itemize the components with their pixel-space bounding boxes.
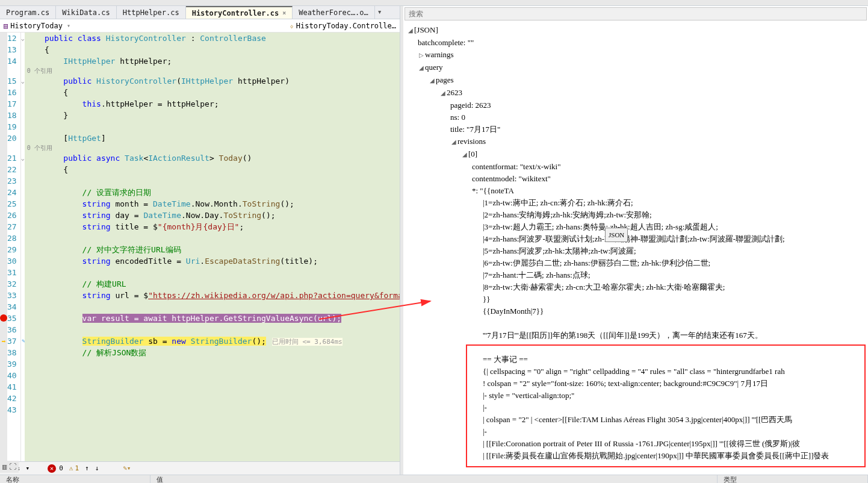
caret-icon[interactable]: ▷ (418, 49, 425, 61)
type-crumb[interactable]: ⬨ HistoryToday.Controlle… (286, 22, 400, 30)
zoom-dropdown-icon[interactable]: ▾ (26, 464, 30, 472)
project-name: HistoryToday (10, 22, 63, 30)
col-name[interactable]: 名称 (0, 475, 150, 483)
tool-window-tabs[interactable]: ▥ ⛶ (0, 461, 19, 473)
warning-count[interactable]: ⚠ 1 (69, 464, 79, 472)
caret-icon[interactable]: ◢ (418, 62, 425, 74)
col-type[interactable]: 类型 (718, 475, 868, 483)
line-number-gutter: 121314 15161718 1920 212223 24252627 282… (7, 33, 21, 461)
toolbox-icon[interactable]: ⛶ (9, 463, 16, 471)
tab-label: WeatherForec….o… (299, 8, 368, 17)
current-line-highlight: StringBuilder sb = new StringBuilder(); (82, 337, 266, 346)
tab-httphelper[interactable]: HttpHelper.cs (117, 6, 186, 19)
elapsed-time: 已用时间 <= 3,684ms (272, 338, 343, 346)
breakpoint-marker[interactable] (0, 314, 7, 326)
pen-icon[interactable]: ✎▾ (123, 464, 131, 472)
caret-icon[interactable]: ◢ (407, 25, 414, 37)
watch-window-header: 名称 值 类型 (0, 475, 868, 483)
file-tab-bar: Program.cs WikiData.cs HttpHelper.cs His… (0, 6, 400, 19)
nav-down[interactable]: ↓ (95, 464, 99, 472)
error-count[interactable]: ✕0 (48, 464, 63, 473)
tab-program[interactable]: Program.cs (0, 6, 56, 19)
tab-label: HttpHelper.cs (123, 8, 179, 17)
tab-historycontroller[interactable]: HistoryController.cs× (186, 6, 293, 19)
tab-weatherforecast[interactable]: WeatherForec….o… (293, 6, 375, 19)
json-tree-view[interactable]: ◢[JSON] batchcomplete: "" ▷warnings ◢que… (403, 22, 868, 475)
method-icon: ⬨ (290, 22, 294, 30)
code-text[interactable]: public class HistoryController : Control… (25, 33, 400, 461)
type-path: HistoryToday.Controlle… (296, 22, 396, 30)
tab-label: Program.cs (6, 8, 49, 17)
search-input[interactable] (405, 7, 867, 20)
breakpoint-gutter[interactable]: ➡ (0, 33, 7, 461)
close-icon[interactable]: × (282, 10, 286, 16)
chevron-down-icon: ▾ (65, 22, 72, 29)
editor-status-bar: 98 % ▾ ✕0 ⚠ 1 ↑ ↓ ✎▾ (0, 461, 400, 475)
tab-overflow-button[interactable]: ▾ (375, 6, 385, 19)
tab-wikidata[interactable]: WikiData.cs (56, 6, 116, 19)
caret-icon[interactable]: ◢ (450, 136, 457, 148)
tab-label: WikiData.cs (62, 8, 110, 17)
toolbox-icon[interactable]: ▥ (2, 463, 7, 471)
csharp-icon: ▤ (4, 22, 8, 30)
code-editor[interactable]: ➡ 121314 15161718 1920 212223 24252627 2… (0, 33, 400, 461)
project-crumb[interactable]: ▤ HistoryToday ▾ (0, 22, 76, 30)
nav-up[interactable]: ↑ (85, 464, 89, 472)
highlighted-statement: var result = await httpHelper.GetStringV… (82, 314, 341, 323)
json-tooltip: JSON (605, 228, 628, 242)
execution-pointer: ➡ (0, 337, 7, 349)
tab-label: HistoryController.cs (192, 9, 279, 17)
caret-icon[interactable]: ◢ (429, 75, 436, 87)
caret-icon[interactable]: ◢ (439, 87, 447, 99)
caret-icon[interactable]: ◢ (461, 149, 468, 161)
navigation-bar: ▤ HistoryToday ▾ ⬨ HistoryToday.Controll… (0, 19, 400, 33)
col-value[interactable]: 值 (150, 475, 718, 483)
